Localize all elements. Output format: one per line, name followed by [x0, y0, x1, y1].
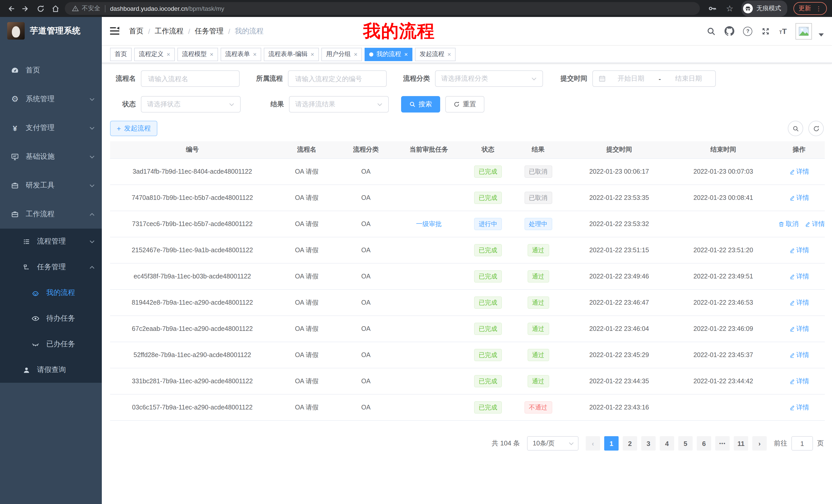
tab-0[interactable]: 首页 — [110, 48, 132, 61]
detail-link[interactable]: 详情 — [789, 272, 809, 281]
page-size-select[interactable]: 10条/页 — [527, 436, 578, 451]
start-date-placeholder[interactable]: 开始日期 — [610, 74, 652, 83]
page-button-6[interactable]: 6 — [697, 436, 711, 451]
prev-page-button[interactable]: ‹ — [586, 436, 600, 451]
sidebar-item-leave-query[interactable]: 请假查询 — [0, 357, 102, 383]
detail-link[interactable]: 详情 — [789, 325, 809, 333]
breadcrumb-item[interactable]: 任务管理 — [195, 26, 224, 36]
detail-link[interactable]: 详情 — [789, 167, 809, 176]
submit-time-range-picker[interactable]: 开始日期 - 结束日期 — [592, 71, 716, 87]
page-button-3[interactable]: 3 — [641, 436, 656, 451]
page-url[interactable]: dashboard.yudao.iocoder.cn/bpm/task/my — [110, 5, 224, 12]
security-label[interactable]: 不安全 — [82, 4, 100, 13]
tab-2[interactable]: 流程模型× — [177, 48, 218, 61]
close-icon[interactable]: × — [404, 51, 408, 57]
page-button-4[interactable]: 4 — [660, 436, 674, 451]
end-time: 2022-01-22 23:44:42 — [673, 368, 773, 394]
detail-link[interactable]: 详情 — [789, 351, 809, 359]
process-name-input[interactable] — [141, 71, 240, 87]
detail-link[interactable]: 详情 — [789, 298, 809, 307]
sidebar-item-devtools[interactable]: 研发工具 — [0, 171, 102, 200]
breadcrumb-item[interactable]: 首页 — [129, 26, 144, 36]
result-badge: 通过 — [527, 244, 549, 256]
detail-link[interactable]: 详情 — [789, 193, 809, 202]
sidebar-item-my-process[interactable]: 我的流程 — [0, 280, 102, 306]
status-select[interactable]: 请选择状态 — [141, 96, 241, 113]
category-select[interactable]: 请选择流程分类 — [435, 71, 543, 87]
process-name-input-field[interactable] — [147, 74, 233, 83]
chevron-down-icon — [89, 126, 95, 130]
next-page-button[interactable]: › — [752, 436, 767, 451]
detail-link[interactable]: 详情 — [805, 220, 825, 228]
sidebar-item-home[interactable]: 首页 — [0, 56, 102, 85]
back-icon[interactable] — [5, 3, 17, 14]
page-button-11[interactable]: 11 — [734, 436, 748, 451]
tab-1[interactable]: 流程定义× — [134, 48, 175, 61]
page-button-5[interactable]: 5 — [678, 436, 693, 451]
result-cell: 不通过 — [511, 394, 565, 421]
home-icon[interactable] — [50, 3, 61, 14]
sidebar-collapse-icon[interactable] — [110, 27, 120, 35]
sidebar-item-payment[interactable]: ¥ 支付管理 — [0, 114, 102, 142]
sidebar-item-workflow[interactable]: 工作流程 — [0, 200, 102, 229]
caret-down-icon[interactable] — [818, 33, 824, 36]
tab-6[interactable]: 我的流程× — [365, 48, 412, 61]
search-button[interactable]: 搜索 — [401, 96, 440, 113]
cancel-link[interactable]: 取消 — [779, 220, 799, 228]
tab-4[interactable]: 流程表单-编辑× — [264, 48, 319, 61]
sidebar-item-todo-tasks[interactable]: 待办任务 — [0, 306, 102, 331]
breadcrumb-item[interactable]: 工作流程 — [155, 26, 184, 36]
sidebar-item-done-tasks[interactable]: 已办任务 — [0, 331, 102, 357]
tab-label: 我的流程 — [376, 50, 401, 59]
address-bar[interactable]: 不安全 dashboard.yudao.iocoder.cn/bpm/task/… — [65, 2, 700, 15]
fullscreen-icon[interactable] — [761, 26, 771, 36]
detail-link[interactable]: 详情 — [789, 403, 809, 412]
goto-page-input[interactable] — [791, 436, 813, 451]
show-search-button[interactable] — [788, 121, 803, 136]
result-select[interactable]: 请选择流结果 — [289, 96, 389, 113]
chrome-update-button[interactable]: 更新 ⋮ — [794, 2, 827, 15]
tab-3[interactable]: 流程表单× — [220, 48, 261, 61]
current-task-link[interactable]: 一级审批 — [416, 220, 442, 227]
close-icon[interactable]: × — [447, 51, 451, 57]
edit-icon — [789, 169, 795, 174]
close-icon[interactable]: × — [253, 51, 257, 57]
close-icon[interactable]: × — [210, 51, 213, 57]
close-icon[interactable]: × — [311, 51, 314, 57]
forward-icon[interactable] — [20, 3, 31, 14]
close-icon[interactable]: × — [354, 51, 357, 57]
browser-menu-icon[interactable]: ⋮ — [815, 5, 822, 11]
more-pages-icon[interactable]: ••• — [715, 436, 730, 451]
sidebar-item-process-mgmt[interactable]: 流程管理 — [0, 229, 102, 254]
tab-7[interactable]: 发起流程× — [415, 48, 456, 61]
sidebar-item-infra[interactable]: 基础设施 — [0, 142, 102, 171]
end-date-placeholder[interactable]: 结束日期 — [668, 74, 710, 83]
close-icon[interactable]: × — [166, 51, 170, 57]
create-process-button[interactable]: + 发起流程 — [110, 121, 157, 136]
current-task-cell — [393, 316, 465, 342]
help-icon[interactable]: ? — [743, 26, 753, 36]
process-definition-input[interactable] — [288, 71, 387, 87]
sidebar-item-label: 工作流程 — [26, 209, 54, 219]
process-definition-input-field[interactable] — [294, 74, 381, 83]
reset-button[interactable]: 重置 — [445, 96, 485, 113]
app-logo-row[interactable]: 芋道管理系统 — [0, 17, 102, 43]
reload-icon[interactable] — [35, 3, 46, 14]
current-task-cell — [393, 263, 465, 289]
github-icon[interactable] — [725, 26, 734, 36]
refresh-table-button[interactable] — [808, 121, 824, 136]
sidebar-item-system[interactable]: ⚙ 系统管理 — [0, 85, 102, 114]
font-size-icon[interactable]: TT — [779, 27, 787, 35]
search-icon[interactable] — [707, 26, 716, 36]
detail-link[interactable]: 详情 — [789, 377, 809, 386]
bookmark-star-icon[interactable]: ☆ — [724, 3, 735, 14]
detail-link[interactable]: 详情 — [789, 246, 809, 255]
avatar[interactable] — [796, 23, 812, 39]
password-key-icon[interactable] — [706, 3, 718, 14]
column-header: 编号 — [110, 141, 275, 159]
status-badge: 已完成 — [474, 192, 502, 204]
sidebar-item-task-mgmt[interactable]: 任务管理 — [0, 254, 102, 280]
page-button-1[interactable]: 1 — [604, 436, 619, 451]
tab-5[interactable]: 用户分组× — [321, 48, 362, 61]
page-button-2[interactable]: 2 — [623, 436, 637, 451]
